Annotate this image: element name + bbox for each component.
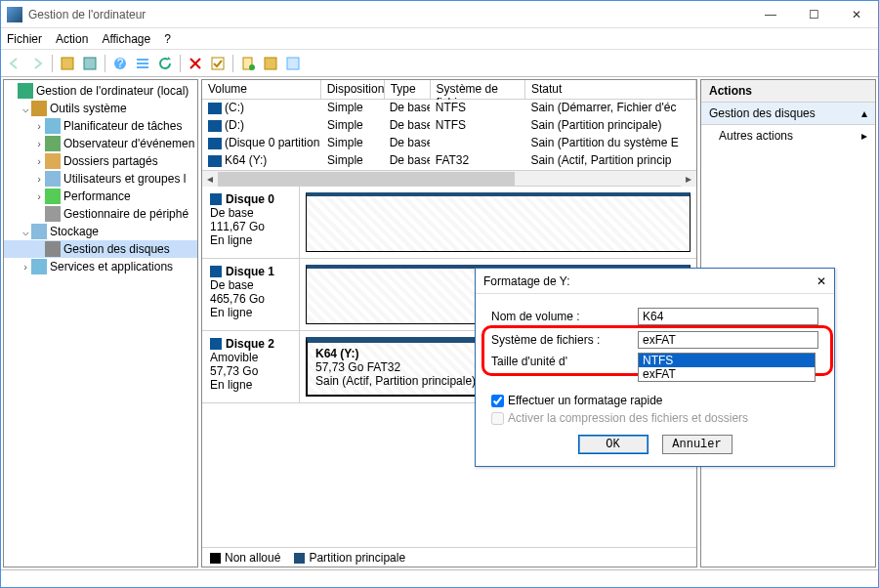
separator xyxy=(105,55,105,72)
horizontal-scrollbar[interactable]: ◂ ▸ xyxy=(202,170,696,186)
filesystem-dropdown[interactable]: NTFS exFAT xyxy=(638,353,816,382)
tree-item-5[interactable]: ›Utilisateurs et groupes l xyxy=(4,170,197,188)
volume-name-input[interactable] xyxy=(638,308,818,325)
disk-row: Disque 0 De base111,67 GoEn ligne xyxy=(202,187,696,259)
svg-rect-6 xyxy=(137,66,148,68)
disk-label: Disque 1 De base465,76 GoEn ligne xyxy=(202,259,300,330)
quick-format-label: Effectuer un formatage rapide xyxy=(508,394,663,407)
toolbar-newfile[interactable] xyxy=(238,54,258,73)
partition-box[interactable] xyxy=(306,192,691,252)
menu-affichage[interactable]: Affichage xyxy=(102,32,150,46)
dropdown-option-ntfs[interactable]: NTFS xyxy=(639,354,815,367)
maximize-button[interactable]: ☐ xyxy=(792,1,835,28)
tree-item-7[interactable]: Gestionnaire de périphé xyxy=(4,205,197,223)
dialog-titlebar: Formatage de Y: ✕ xyxy=(476,269,834,294)
tree-item-10[interactable]: ›Services et applications xyxy=(4,258,197,275)
tree-item-1[interactable]: ⌵Outils système xyxy=(4,100,197,117)
disk-icon xyxy=(210,193,222,205)
separator xyxy=(232,55,233,72)
tree-item-3[interactable]: ›Observateur d'événemen xyxy=(4,135,197,152)
expand-icon[interactable]: ⌵ xyxy=(20,103,31,115)
chevron-right-icon: ▸ xyxy=(861,129,867,143)
column-header[interactable]: Disposition xyxy=(321,80,385,99)
toolbar-view1[interactable] xyxy=(58,54,77,73)
toolbar-help[interactable]: ? xyxy=(110,54,130,73)
allocation-label: Taille d'unité d' xyxy=(491,355,638,368)
disk-map xyxy=(300,187,696,258)
svg-text:?: ? xyxy=(117,57,124,70)
tree-label: Gestionnaire de périphé xyxy=(63,207,188,221)
column-header[interactable]: Système de fichiers xyxy=(431,80,525,99)
disk-label: Disque 0 De base111,67 GoEn ligne xyxy=(202,187,300,258)
forward-button xyxy=(27,54,47,73)
volume-row[interactable]: (D:)SimpleDe baseNTFSSain (Partition pri… xyxy=(202,117,696,135)
nav-tree[interactable]: Gestion de l'ordinateur (local)⌵Outils s… xyxy=(3,79,198,567)
quick-format-input[interactable] xyxy=(491,395,504,407)
event-icon xyxy=(45,136,61,151)
disk-icon xyxy=(208,120,222,132)
tree-label: Observateur d'événemen xyxy=(63,137,194,150)
disk-icon xyxy=(210,338,222,350)
menubar: Fichier Action Affichage ? xyxy=(1,28,878,50)
toolbar-list[interactable] xyxy=(133,54,152,73)
column-header[interactable]: Volume xyxy=(202,80,321,99)
tree-item-9[interactable]: Gestion des disques xyxy=(4,240,197,258)
expand-icon[interactable]: › xyxy=(33,138,45,149)
volume-row[interactable]: (Disque 0 partition 1)SimpleDe baseSain … xyxy=(202,135,696,152)
quick-format-checkbox[interactable]: Effectuer un formatage rapide xyxy=(491,394,818,407)
column-header[interactable]: Statut xyxy=(525,80,696,99)
dialog-close-icon[interactable]: ✕ xyxy=(816,274,826,288)
volume-row[interactable]: K64 (Y:)SimpleDe baseFAT32Sain (Actif, P… xyxy=(202,152,696,170)
close-button[interactable]: ✕ xyxy=(835,1,878,28)
dialog-buttons: OK Annuler xyxy=(491,435,818,454)
ok-button[interactable]: OK xyxy=(578,435,649,454)
minimize-button[interactable]: — xyxy=(749,1,792,28)
menu-action[interactable]: Action xyxy=(56,32,88,46)
volume-row[interactable]: (C:)SimpleDe baseNTFSSain (Démarrer, Fic… xyxy=(202,100,696,117)
menu-fichier[interactable]: Fichier xyxy=(7,32,42,46)
filesystem-field: Système de fichiers : xyxy=(491,331,818,349)
actions-group[interactable]: Gestion des disques ▴ xyxy=(701,103,875,125)
toolbar: ? xyxy=(1,50,878,77)
filesystem-select[interactable] xyxy=(638,331,818,349)
menu-help[interactable]: ? xyxy=(164,32,171,46)
expand-icon[interactable]: › xyxy=(20,261,31,273)
cancel-button[interactable]: Annuler xyxy=(662,435,732,454)
toolbar-delete[interactable] xyxy=(186,54,205,73)
collapse-icon[interactable]: ▴ xyxy=(861,106,867,120)
tree-label: Stockage xyxy=(50,225,99,238)
tree-item-8[interactable]: ⌵Stockage xyxy=(4,223,197,240)
back-button xyxy=(5,54,24,73)
toolbar-properties[interactable] xyxy=(261,54,280,73)
svg-rect-11 xyxy=(287,58,299,69)
expand-icon[interactable]: ⌵ xyxy=(20,226,31,238)
expand-icon[interactable]: › xyxy=(33,190,45,202)
tree-item-0[interactable]: Gestion de l'ordinateur (local) xyxy=(4,82,197,100)
toolbar-check[interactable] xyxy=(208,54,228,73)
scroll-right-arrow[interactable]: ▸ xyxy=(681,171,696,187)
tree-label: Gestion de l'ordinateur (local) xyxy=(36,84,188,98)
volume-list[interactable]: (C:)SimpleDe baseNTFSSain (Démarrer, Fic… xyxy=(202,100,696,170)
actions-more[interactable]: Autres actions ▸ xyxy=(701,125,875,147)
toolbar-refresh[interactable] xyxy=(155,54,175,73)
dropdown-option-exfat[interactable]: exFAT xyxy=(639,367,815,381)
column-header[interactable]: Type xyxy=(385,80,431,99)
toolbar-view2[interactable] xyxy=(80,54,100,73)
expand-icon[interactable]: › xyxy=(33,120,45,132)
scroll-thumb[interactable] xyxy=(218,172,515,186)
toolbar-detail[interactable] xyxy=(283,54,303,73)
tree-item-2[interactable]: ›Planificateur de tâches xyxy=(4,117,197,135)
expand-icon[interactable]: › xyxy=(33,155,45,167)
tree-item-4[interactable]: ›Dossiers partagés xyxy=(4,152,197,170)
separator xyxy=(52,55,53,72)
scroll-left-arrow[interactable]: ◂ xyxy=(202,171,218,187)
volume-name-field: Nom de volume : xyxy=(491,308,818,325)
perf-icon xyxy=(45,189,61,204)
disk-icon xyxy=(208,155,222,167)
app-icon xyxy=(7,7,22,22)
swatch-icon xyxy=(294,553,305,564)
tree-item-6[interactable]: ›Performance xyxy=(4,188,197,205)
expand-icon[interactable]: › xyxy=(33,173,45,185)
filesystem-label: Système de fichiers : xyxy=(491,333,638,347)
main-body: Gestion de l'ordinateur (local)⌵Outils s… xyxy=(1,77,878,569)
